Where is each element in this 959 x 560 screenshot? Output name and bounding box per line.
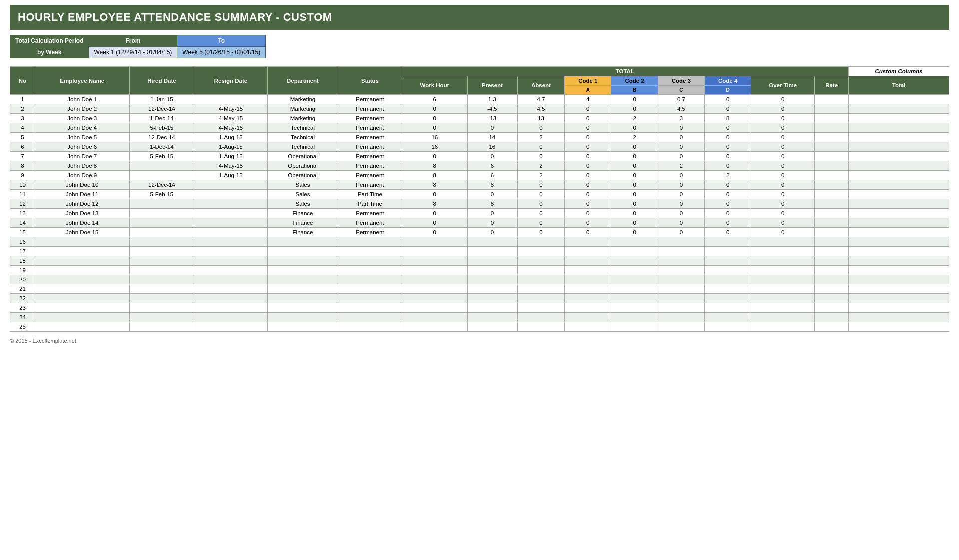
table-cell: 12: [10, 199, 35, 209]
table-cell: [338, 237, 402, 247]
table-cell: [815, 171, 849, 180]
table-cell: John Doe 1: [35, 95, 129, 104]
table-cell: 15: [10, 228, 35, 237]
table-row: 8John Doe 84-May-15OperationalPermanent8…: [10, 161, 949, 171]
table-row: 22: [10, 294, 949, 303]
table-cell: [815, 123, 849, 133]
table-cell: [751, 266, 815, 275]
table-cell: 0: [565, 152, 611, 161]
table-cell: Permanent: [338, 228, 402, 237]
table-cell: [849, 266, 949, 275]
table-cell: 8: [402, 199, 468, 209]
table-cell: 0: [611, 209, 658, 218]
table-cell: [517, 237, 565, 247]
table-cell: [815, 237, 849, 247]
table-cell: [35, 313, 129, 322]
table-cell: [468, 313, 518, 322]
table-cell: 5-Feb-15: [129, 123, 194, 133]
table-cell: 7: [10, 152, 35, 161]
table-cell: [267, 237, 338, 247]
table-cell: 0: [658, 123, 704, 133]
table-cell: John Doe 12: [35, 199, 129, 209]
table-cell: 0: [517, 218, 565, 228]
attendance-table: No Employee Name Hired Date Resign Date …: [10, 66, 949, 332]
table-cell: [129, 218, 194, 228]
table-cell: [705, 322, 751, 332]
table-cell: 0: [611, 199, 658, 209]
col-code2: Code 2: [611, 76, 658, 86]
table-cell: 0: [565, 104, 611, 114]
table-cell: [611, 275, 658, 284]
table-cell: 0: [565, 171, 611, 180]
table-cell: 13: [10, 209, 35, 218]
table-cell: 8: [402, 161, 468, 171]
table-cell: [849, 228, 949, 237]
table-cell: 0: [705, 218, 751, 228]
table-cell: 8: [705, 114, 751, 123]
period-label2: by Week: [10, 47, 89, 58]
table-row: 5John Doe 512-Dec-141-Aug-15TechnicalPer…: [10, 133, 949, 142]
table-cell: 12-Dec-14: [129, 104, 194, 114]
table-cell: [129, 313, 194, 322]
table-cell: 4-May-15: [194, 114, 267, 123]
table-cell: 6: [402, 95, 468, 104]
table-cell: 2: [517, 171, 565, 180]
col-hired-date: Hired Date: [129, 67, 194, 95]
table-cell: [849, 142, 949, 152]
table-cell: 2: [658, 161, 704, 171]
col-employee-name: Employee Name: [35, 67, 129, 95]
table-cell: [517, 313, 565, 322]
table-cell: Permanent: [338, 123, 402, 133]
table-cell: [338, 266, 402, 275]
table-cell: 6: [468, 171, 518, 180]
table-cell: 0: [751, 180, 815, 190]
sub-code-d: D: [705, 86, 751, 95]
table-row: 2John Doe 212-Dec-144-May-15MarketingPer…: [10, 104, 949, 114]
table-cell: Operational: [267, 171, 338, 180]
table-cell: [402, 247, 468, 256]
table-cell: [705, 237, 751, 247]
table-cell: 0: [751, 152, 815, 161]
table-cell: 0: [658, 209, 704, 218]
table-cell: Technical: [267, 142, 338, 152]
table-cell: [849, 294, 949, 303]
table-cell: Permanent: [338, 152, 402, 161]
table-cell: Marketing: [267, 114, 338, 123]
table-cell: [849, 180, 949, 190]
table-cell: Part Time: [338, 199, 402, 209]
table-cell: John Doe 2: [35, 104, 129, 114]
table-cell: [338, 256, 402, 266]
table-row: 6John Doe 61-Dec-141-Aug-15TechnicalPerm…: [10, 142, 949, 152]
table-cell: 0: [611, 104, 658, 114]
table-cell: 14: [468, 133, 518, 142]
table-cell: 2: [705, 171, 751, 180]
col-code3: Code 3: [658, 76, 704, 86]
table-cell: 0: [751, 190, 815, 199]
table-cell: [129, 228, 194, 237]
table-cell: [849, 104, 949, 114]
table-row: 11John Doe 115-Feb-15SalesPart Time00000…: [10, 190, 949, 199]
table-cell: [849, 284, 949, 294]
table-cell: John Doe 14: [35, 218, 129, 228]
table-cell: [402, 266, 468, 275]
table-cell: 0: [565, 123, 611, 133]
table-cell: [611, 237, 658, 247]
table-cell: [129, 294, 194, 303]
table-cell: 0: [658, 142, 704, 152]
col-status: Status: [338, 67, 402, 95]
table-cell: [565, 237, 611, 247]
table-cell: [194, 266, 267, 275]
table-cell: [129, 266, 194, 275]
table-cell: [129, 284, 194, 294]
table-cell: [194, 294, 267, 303]
table-cell: John Doe 9: [35, 171, 129, 180]
table-cell: 0: [517, 180, 565, 190]
table-cell: 0: [658, 180, 704, 190]
table-cell: [815, 247, 849, 256]
table-cell: [129, 237, 194, 247]
table-cell: 0: [658, 199, 704, 209]
table-cell: 1: [10, 95, 35, 104]
table-cell: [129, 275, 194, 284]
table-cell: Sales: [267, 190, 338, 199]
table-cell: [611, 247, 658, 256]
